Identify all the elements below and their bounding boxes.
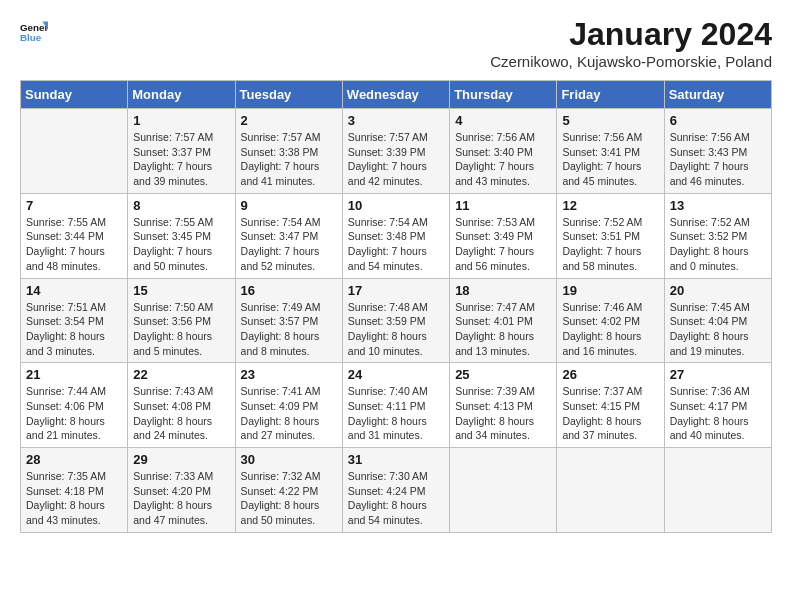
calendar-cell: 6Sunrise: 7:56 AMSunset: 3:43 PMDaylight…	[664, 109, 771, 194]
day-number: 30	[241, 452, 337, 467]
day-info: Sunrise: 7:39 AMSunset: 4:13 PMDaylight:…	[455, 384, 551, 443]
calendar-cell: 13Sunrise: 7:52 AMSunset: 3:52 PMDayligh…	[664, 193, 771, 278]
calendar-cell: 28Sunrise: 7:35 AMSunset: 4:18 PMDayligh…	[21, 448, 128, 533]
day-info: Sunrise: 7:40 AMSunset: 4:11 PMDaylight:…	[348, 384, 444, 443]
day-number: 3	[348, 113, 444, 128]
day-info: Sunrise: 7:52 AMSunset: 3:51 PMDaylight:…	[562, 215, 658, 274]
weekday-header-wednesday: Wednesday	[342, 81, 449, 109]
day-number: 20	[670, 283, 766, 298]
day-number: 10	[348, 198, 444, 213]
calendar-cell: 14Sunrise: 7:51 AMSunset: 3:54 PMDayligh…	[21, 278, 128, 363]
day-number: 23	[241, 367, 337, 382]
calendar-week-4: 21Sunrise: 7:44 AMSunset: 4:06 PMDayligh…	[21, 363, 772, 448]
day-info: Sunrise: 7:57 AMSunset: 3:39 PMDaylight:…	[348, 130, 444, 189]
day-info: Sunrise: 7:53 AMSunset: 3:49 PMDaylight:…	[455, 215, 551, 274]
day-number: 2	[241, 113, 337, 128]
calendar-cell: 16Sunrise: 7:49 AMSunset: 3:57 PMDayligh…	[235, 278, 342, 363]
calendar-body: 1Sunrise: 7:57 AMSunset: 3:37 PMDaylight…	[21, 109, 772, 533]
day-info: Sunrise: 7:36 AMSunset: 4:17 PMDaylight:…	[670, 384, 766, 443]
day-number: 22	[133, 367, 229, 382]
day-number: 7	[26, 198, 122, 213]
calendar-cell	[450, 448, 557, 533]
calendar-week-5: 28Sunrise: 7:35 AMSunset: 4:18 PMDayligh…	[21, 448, 772, 533]
day-info: Sunrise: 7:49 AMSunset: 3:57 PMDaylight:…	[241, 300, 337, 359]
calendar-cell: 30Sunrise: 7:32 AMSunset: 4:22 PMDayligh…	[235, 448, 342, 533]
calendar-cell	[664, 448, 771, 533]
location-subtitle: Czernikowo, Kujawsko-Pomorskie, Poland	[490, 53, 772, 70]
calendar-cell: 19Sunrise: 7:46 AMSunset: 4:02 PMDayligh…	[557, 278, 664, 363]
day-number: 1	[133, 113, 229, 128]
calendar-week-3: 14Sunrise: 7:51 AMSunset: 3:54 PMDayligh…	[21, 278, 772, 363]
day-info: Sunrise: 7:50 AMSunset: 3:56 PMDaylight:…	[133, 300, 229, 359]
day-number: 13	[670, 198, 766, 213]
calendar-cell: 24Sunrise: 7:40 AMSunset: 4:11 PMDayligh…	[342, 363, 449, 448]
title-block: January 2024 Czernikowo, Kujawsko-Pomors…	[490, 16, 772, 70]
day-number: 14	[26, 283, 122, 298]
weekday-header-friday: Friday	[557, 81, 664, 109]
calendar-week-2: 7Sunrise: 7:55 AMSunset: 3:44 PMDaylight…	[21, 193, 772, 278]
day-number: 28	[26, 452, 122, 467]
calendar-cell: 20Sunrise: 7:45 AMSunset: 4:04 PMDayligh…	[664, 278, 771, 363]
calendar-cell: 9Sunrise: 7:54 AMSunset: 3:47 PMDaylight…	[235, 193, 342, 278]
calendar-table: SundayMondayTuesdayWednesdayThursdayFrid…	[20, 80, 772, 533]
calendar-cell: 29Sunrise: 7:33 AMSunset: 4:20 PMDayligh…	[128, 448, 235, 533]
calendar-cell: 31Sunrise: 7:30 AMSunset: 4:24 PMDayligh…	[342, 448, 449, 533]
calendar-cell: 12Sunrise: 7:52 AMSunset: 3:51 PMDayligh…	[557, 193, 664, 278]
day-number: 6	[670, 113, 766, 128]
month-title: January 2024	[490, 16, 772, 53]
day-number: 12	[562, 198, 658, 213]
day-number: 31	[348, 452, 444, 467]
day-number: 11	[455, 198, 551, 213]
day-number: 24	[348, 367, 444, 382]
day-info: Sunrise: 7:33 AMSunset: 4:20 PMDaylight:…	[133, 469, 229, 528]
day-info: Sunrise: 7:37 AMSunset: 4:15 PMDaylight:…	[562, 384, 658, 443]
calendar-cell: 21Sunrise: 7:44 AMSunset: 4:06 PMDayligh…	[21, 363, 128, 448]
calendar-cell: 3Sunrise: 7:57 AMSunset: 3:39 PMDaylight…	[342, 109, 449, 194]
day-info: Sunrise: 7:51 AMSunset: 3:54 PMDaylight:…	[26, 300, 122, 359]
calendar-cell: 25Sunrise: 7:39 AMSunset: 4:13 PMDayligh…	[450, 363, 557, 448]
calendar-cell: 18Sunrise: 7:47 AMSunset: 4:01 PMDayligh…	[450, 278, 557, 363]
calendar-cell: 26Sunrise: 7:37 AMSunset: 4:15 PMDayligh…	[557, 363, 664, 448]
day-info: Sunrise: 7:46 AMSunset: 4:02 PMDaylight:…	[562, 300, 658, 359]
calendar-cell: 7Sunrise: 7:55 AMSunset: 3:44 PMDaylight…	[21, 193, 128, 278]
calendar-cell: 15Sunrise: 7:50 AMSunset: 3:56 PMDayligh…	[128, 278, 235, 363]
day-info: Sunrise: 7:54 AMSunset: 3:47 PMDaylight:…	[241, 215, 337, 274]
day-info: Sunrise: 7:56 AMSunset: 3:40 PMDaylight:…	[455, 130, 551, 189]
day-number: 26	[562, 367, 658, 382]
page-header: General Blue January 2024 Czernikowo, Ku…	[20, 16, 772, 70]
day-number: 8	[133, 198, 229, 213]
calendar-header: SundayMondayTuesdayWednesdayThursdayFrid…	[21, 81, 772, 109]
calendar-cell	[21, 109, 128, 194]
calendar-cell: 22Sunrise: 7:43 AMSunset: 4:08 PMDayligh…	[128, 363, 235, 448]
day-number: 25	[455, 367, 551, 382]
day-info: Sunrise: 7:48 AMSunset: 3:59 PMDaylight:…	[348, 300, 444, 359]
calendar-cell: 1Sunrise: 7:57 AMSunset: 3:37 PMDaylight…	[128, 109, 235, 194]
day-info: Sunrise: 7:32 AMSunset: 4:22 PMDaylight:…	[241, 469, 337, 528]
calendar-week-1: 1Sunrise: 7:57 AMSunset: 3:37 PMDaylight…	[21, 109, 772, 194]
day-info: Sunrise: 7:45 AMSunset: 4:04 PMDaylight:…	[670, 300, 766, 359]
day-info: Sunrise: 7:43 AMSunset: 4:08 PMDaylight:…	[133, 384, 229, 443]
weekday-header-sunday: Sunday	[21, 81, 128, 109]
calendar-cell: 2Sunrise: 7:57 AMSunset: 3:38 PMDaylight…	[235, 109, 342, 194]
weekday-header-monday: Monday	[128, 81, 235, 109]
day-number: 27	[670, 367, 766, 382]
day-info: Sunrise: 7:41 AMSunset: 4:09 PMDaylight:…	[241, 384, 337, 443]
calendar-cell: 11Sunrise: 7:53 AMSunset: 3:49 PMDayligh…	[450, 193, 557, 278]
day-number: 4	[455, 113, 551, 128]
day-number: 21	[26, 367, 122, 382]
weekday-header-tuesday: Tuesday	[235, 81, 342, 109]
day-number: 15	[133, 283, 229, 298]
day-number: 18	[455, 283, 551, 298]
day-info: Sunrise: 7:44 AMSunset: 4:06 PMDaylight:…	[26, 384, 122, 443]
day-info: Sunrise: 7:30 AMSunset: 4:24 PMDaylight:…	[348, 469, 444, 528]
day-info: Sunrise: 7:57 AMSunset: 3:37 PMDaylight:…	[133, 130, 229, 189]
day-number: 9	[241, 198, 337, 213]
calendar-cell: 17Sunrise: 7:48 AMSunset: 3:59 PMDayligh…	[342, 278, 449, 363]
day-info: Sunrise: 7:56 AMSunset: 3:43 PMDaylight:…	[670, 130, 766, 189]
day-info: Sunrise: 7:56 AMSunset: 3:41 PMDaylight:…	[562, 130, 658, 189]
weekday-header-saturday: Saturday	[664, 81, 771, 109]
day-info: Sunrise: 7:57 AMSunset: 3:38 PMDaylight:…	[241, 130, 337, 189]
day-number: 17	[348, 283, 444, 298]
logo-icon: General Blue	[20, 16, 48, 44]
day-number: 29	[133, 452, 229, 467]
